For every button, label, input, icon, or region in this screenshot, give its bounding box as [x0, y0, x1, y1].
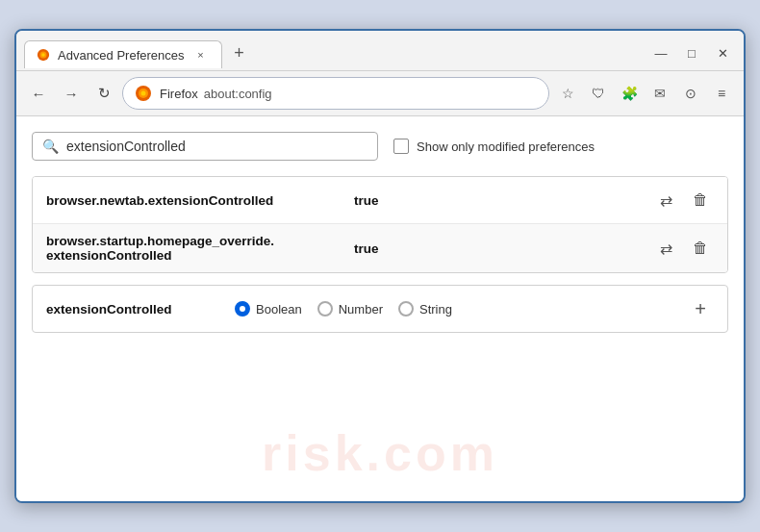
search-row: 🔍 Show only modified preferences [32, 132, 728, 161]
row-actions-1: ⇄ 🗑 [652, 187, 714, 214]
new-pref-row: extensionControlled Boolean Number Strin… [32, 285, 728, 333]
toggle-button-2[interactable]: ⇄ [652, 235, 679, 262]
radio-boolean[interactable]: Boolean [235, 301, 302, 317]
refresh-button[interactable]: ↻ [89, 79, 118, 108]
search-icon: 🔍 [42, 139, 59, 154]
show-modified-label: Show only modified preferences [417, 139, 595, 154]
table-row: browser.newtab.extensionControlled true … [33, 177, 727, 224]
watermark: risk.com [262, 424, 498, 482]
address-bar[interactable]: Firefox about:config [122, 77, 549, 110]
site-icon [135, 85, 152, 102]
addon-button[interactable]: 🧩 [615, 79, 644, 108]
tab-close-button[interactable]: × [192, 46, 210, 63]
menu-button[interactable]: ≡ [707, 79, 736, 108]
svg-point-2 [41, 53, 45, 57]
search-box[interactable]: 🔍 [32, 132, 378, 161]
browser-window: Advanced Preferences × + — □ ✕ ← → ↻ Fir… [14, 29, 746, 503]
table-row: browser.startup.homepage_override. exten… [33, 224, 727, 272]
pref-value-1: true [354, 193, 652, 208]
delete-button-1[interactable]: 🗑 [687, 187, 714, 214]
radio-circle-string [398, 301, 414, 317]
url-text: about:config [204, 87, 272, 101]
title-bar: Advanced Preferences × + — □ ✕ [16, 31, 744, 71]
type-radio-group: Boolean Number String [235, 301, 671, 317]
toggle-button-1[interactable]: ⇄ [652, 187, 679, 214]
minimize-button[interactable]: — [647, 40, 674, 67]
close-button[interactable]: ✕ [709, 40, 736, 67]
mail-button[interactable]: ✉ [646, 79, 674, 108]
account-button[interactable]: ⊙ [676, 79, 705, 108]
radio-circle-boolean [235, 301, 250, 317]
search-input[interactable] [66, 139, 367, 154]
tab-favicon [37, 48, 50, 62]
maximize-button[interactable]: □ [678, 40, 705, 67]
delete-button-2[interactable]: 🗑 [687, 235, 714, 262]
radio-circle-number [317, 301, 333, 317]
tab-title: Advanced Preferences [58, 48, 185, 63]
add-pref-button[interactable]: + [687, 295, 714, 322]
row-actions-2: ⇄ 🗑 [652, 235, 714, 262]
shield-button[interactable]: 🛡 [584, 79, 613, 108]
content-area: 🔍 Show only modified preferences browser… [16, 116, 744, 501]
window-controls: — □ ✕ [647, 40, 736, 67]
radio-string[interactable]: String [398, 301, 452, 317]
radio-number[interactable]: Number [317, 301, 383, 317]
results-table: browser.newtab.extensionControlled true … [32, 176, 728, 273]
pref-name-2: browser.startup.homepage_override. exten… [46, 234, 354, 263]
nav-bar: ← → ↻ Firefox about:config ☆ 🛡 🧩 ✉ ⊙ ≡ [16, 71, 744, 116]
new-pref-name: extensionControlled [46, 302, 219, 317]
nav-icons: ☆ 🛡 🧩 ✉ ⊙ ≡ [553, 79, 736, 108]
back-button[interactable]: ← [24, 79, 53, 108]
site-name: Firefox [160, 87, 198, 101]
show-modified-option[interactable]: Show only modified preferences [393, 139, 595, 154]
forward-button[interactable]: → [57, 79, 86, 108]
address-text: Firefox about:config [160, 87, 272, 101]
browser-tab[interactable]: Advanced Preferences × [24, 40, 222, 68]
show-modified-checkbox[interactable] [393, 139, 409, 154]
pref-value-2: true [354, 241, 652, 256]
pref-name-1: browser.newtab.extensionControlled [46, 193, 354, 208]
svg-point-5 [141, 91, 146, 96]
new-tab-button[interactable]: + [226, 40, 253, 67]
bookmark-button[interactable]: ☆ [553, 79, 582, 108]
